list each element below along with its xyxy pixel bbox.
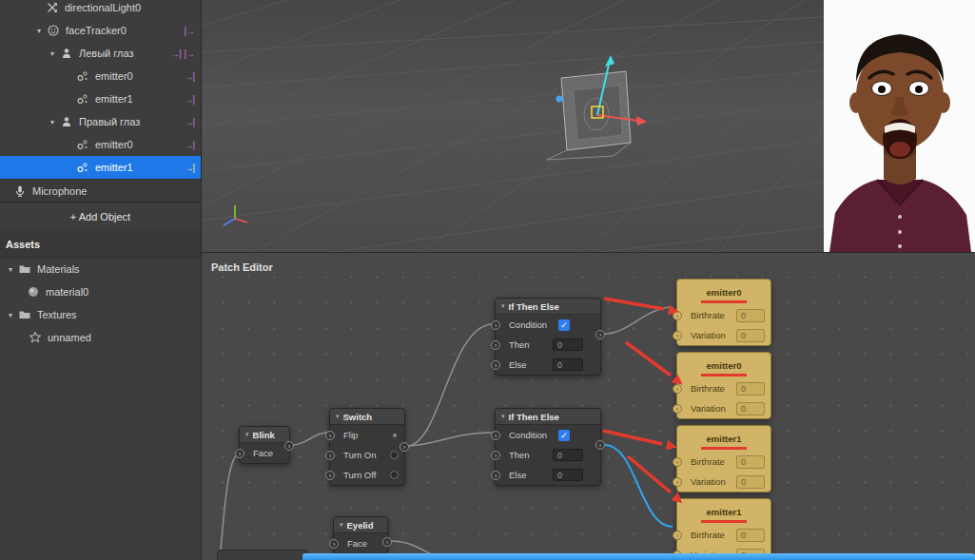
patch-node-emitter0-a[interactable]: emitter0 ›Birthrate0 ›Variation0 <box>676 279 771 346</box>
pulse-button[interactable] <box>390 451 399 459</box>
scene-item-emitter0-right[interactable]: emitter0 →| <box>0 133 201 156</box>
chevron-down-icon[interactable]: ▾ <box>501 302 505 310</box>
input-port-icon[interactable]: › <box>329 539 339 549</box>
input-port-icon[interactable]: › <box>673 331 682 340</box>
chevron-down-icon[interactable]: ▾ <box>48 118 57 126</box>
then-value-input[interactable]: 0 <box>553 449 583 461</box>
input-port-icon[interactable]: › <box>325 471 335 480</box>
patch-node-emitter1-a[interactable]: emitter1 ›Birthrate0 ›Variation0 <box>676 425 771 492</box>
blue-selection-bar[interactable] <box>302 553 975 560</box>
input-port-icon[interactable]: › <box>673 531 682 540</box>
patch-node-switch[interactable]: ▾Switch ›Flip ›Turn On ›Turn Off › <box>329 408 405 486</box>
asset-item-unnamed[interactable]: unnamed <box>0 326 201 349</box>
chevron-down-icon[interactable]: ▾ <box>245 431 249 438</box>
input-port-icon[interactable]: › <box>491 451 500 460</box>
variation-value-input[interactable]: 0 <box>736 329 765 342</box>
chevron-down-icon[interactable]: ▾ <box>501 413 505 420</box>
grid-lines <box>201 0 824 252</box>
red-underline-annotation <box>701 520 747 523</box>
input-port-icon[interactable]: › <box>491 431 500 440</box>
input-port-icon[interactable]: › <box>325 451 335 460</box>
chevron-down-icon[interactable]: ▾ <box>336 413 340 420</box>
scene-item-label: emitter1 <box>95 93 180 105</box>
scene-item-left-eye-group[interactable]: ▾ Левый глаз →| |→ <box>0 42 201 65</box>
add-object-button[interactable]: + Add Object <box>0 202 201 232</box>
else-value-input[interactable]: 0 <box>553 358 583 371</box>
scene-item-facetracker0[interactable]: ▾ faceTracker0 |→ <box>0 19 201 42</box>
then-value-input[interactable]: 0 <box>553 338 583 351</box>
input-port-icon[interactable]: › <box>491 360 500 370</box>
blue-cable <box>605 445 673 527</box>
chevron-down-icon[interactable]: ▾ <box>6 311 15 319</box>
emitter-icon <box>76 138 89 151</box>
input-port-icon[interactable]: › <box>491 320 500 330</box>
scene-item-directionallight0[interactable]: directionalLight0 <box>0 0 201 19</box>
output-port-icon[interactable]: › <box>595 330 605 339</box>
patch-node-if-then-else-2[interactable]: ▾If Then Else ›Condition✓ ›Then0 ›Else0 … <box>495 408 601 486</box>
condition-checkbox[interactable]: ✓ <box>558 319 570 331</box>
asset-item-label: Materials <box>37 263 194 275</box>
chevron-down-icon[interactable]: ▾ <box>340 521 343 529</box>
condition-checkbox[interactable]: ✓ <box>558 430 570 441</box>
birthrate-value-input[interactable]: 0 <box>736 382 765 396</box>
add-object-label: + Add Object <box>70 211 130 222</box>
emitter-icon <box>76 161 89 174</box>
red-underline-annotation <box>701 300 747 303</box>
assets-header: Assets <box>0 231 201 258</box>
patch-link-arrows: →| <box>184 71 194 82</box>
output-port-icon[interactable]: › <box>595 440 605 450</box>
asset-item-textures[interactable]: ▾ Textures <box>0 303 201 326</box>
scene-tree: directionalLight0 ▾ faceTracker0 |→ ▾ Ле… <box>0 0 201 202</box>
scene-item-microphone[interactable]: Microphone <box>0 179 201 202</box>
input-port-icon[interactable]: › <box>673 457 682 467</box>
chevron-down-icon[interactable]: ▾ <box>6 265 15 274</box>
output-port-icon[interactable]: › <box>400 442 409 452</box>
patch-node-eyelid[interactable]: ▾Eyelid ›Face › <box>333 516 388 554</box>
birthrate-value-input[interactable]: 0 <box>736 529 765 542</box>
scene-item-label: Правый глаз <box>79 116 180 127</box>
asset-item-label: Textures <box>37 309 194 320</box>
input-port-icon[interactable]: › <box>673 384 682 394</box>
patch-editor[interactable]: Patch Editor ▾Blink ›Face › ▾Switch ›Fli… <box>201 252 975 560</box>
variation-value-input[interactable]: 0 <box>736 475 765 489</box>
patch-link-arrows: →| <box>184 163 194 173</box>
input-port-icon[interactable]: › <box>673 477 682 487</box>
group-icon <box>60 47 73 60</box>
variation-value-input[interactable]: 0 <box>736 402 765 415</box>
output-port-icon[interactable]: › <box>284 441 294 451</box>
scene-item-label: directionalLight0 <box>65 2 190 13</box>
assets-header-label: Assets <box>6 239 40 250</box>
scene-item-emitter0-left[interactable]: emitter0 →| <box>0 65 201 87</box>
input-port-icon[interactable]: › <box>673 404 682 414</box>
red-underline-annotation <box>701 374 747 377</box>
scene-item-emitter1-right-selected[interactable]: emitter1 →| <box>0 156 201 179</box>
webcam-person <box>824 0 975 252</box>
output-port-icon[interactable]: › <box>382 537 392 547</box>
viewport-3d[interactable] <box>201 0 824 252</box>
else-value-input[interactable]: 0 <box>553 469 583 481</box>
chevron-down-icon[interactable]: ▾ <box>34 27 44 35</box>
patch-node-partial[interactable] <box>217 550 308 560</box>
pulse-button[interactable] <box>390 471 399 479</box>
asset-item-materials[interactable]: ▾ Materials <box>0 258 201 280</box>
birthrate-value-input[interactable]: 0 <box>736 309 765 322</box>
birthrate-value-input[interactable]: 0 <box>736 455 765 469</box>
input-port-icon[interactable]: › <box>235 449 244 458</box>
material-sphere-icon <box>27 285 40 299</box>
chevron-down-icon[interactable]: ▾ <box>48 49 57 58</box>
folder-icon <box>18 262 31 276</box>
patch-node-emitter1-b[interactable]: emitter1 ›Birthrate0 ›Variation0 <box>676 498 771 560</box>
patch-node-blink[interactable]: ▾Blink ›Face › <box>239 426 290 464</box>
scene-item-emitter1-left[interactable]: emitter1 →| <box>0 87 201 110</box>
input-port-icon[interactable]: › <box>491 340 500 350</box>
input-port-icon[interactable]: › <box>325 431 335 440</box>
asset-item-material0[interactable]: material0 <box>0 280 201 303</box>
patch-node-if-then-else-1[interactable]: ▾If Then Else ›Condition✓ ›Then0 ›Else0 … <box>495 298 601 376</box>
scene-panel: directionalLight0 ▾ faceTracker0 |→ ▾ Ле… <box>0 0 202 560</box>
patch-link-arrows: →| <box>184 117 194 127</box>
input-port-icon[interactable]: › <box>673 311 682 320</box>
scene-item-right-eye-group[interactable]: ▾ Правый глаз →| <box>0 110 201 133</box>
patch-node-emitter0-b[interactable]: emitter0 ›Birthrate0 ›Variation0 <box>676 352 771 419</box>
input-port-icon[interactable]: › <box>491 471 500 480</box>
scene-item-label: faceTracker0 <box>66 25 180 36</box>
